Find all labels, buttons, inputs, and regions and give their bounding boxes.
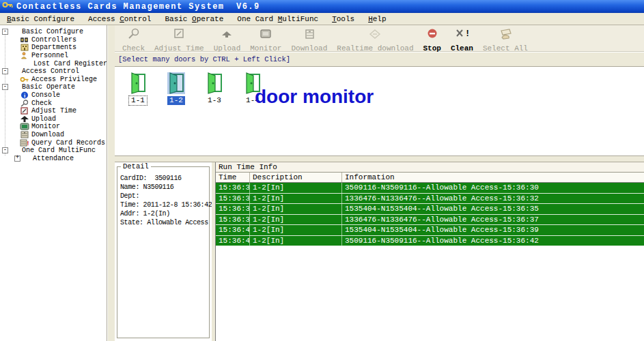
tree-item-controllers[interactable]: Controllers — [0, 36, 107, 44]
collapse-icon[interactable] — [2, 147, 8, 153]
svg-text:!: ! — [465, 29, 469, 39]
detail-state: State: Allowable Access — [120, 218, 209, 227]
door-label: 1-1 — [129, 96, 147, 105]
horizontal-splitter[interactable] — [115, 155, 644, 162]
monitor-icon — [20, 123, 29, 130]
door-icon — [129, 72, 147, 94]
tree-item-download[interactable]: Download — [0, 131, 107, 139]
vertical-splitter[interactable] — [108, 25, 115, 341]
door-label: 1-3 — [206, 96, 223, 105]
upload-icon — [220, 28, 234, 44]
query-card-records-icon: ! — [20, 139, 29, 147]
app-window: Contactless Cards Management System V6.9… — [0, 0, 644, 341]
navigation-tree: Basic Configure Controllers Departments … — [0, 25, 107, 341]
select-all-icon — [498, 28, 513, 44]
tree-item-attendance[interactable]: Attendance — [0, 155, 107, 163]
select-all-button[interactable]: Select All — [478, 27, 533, 53]
console-icon: i — [20, 91, 29, 99]
monitor-button[interactable]: Monitor — [245, 27, 286, 53]
stop-button[interactable]: Stop — [419, 27, 446, 53]
upload-button[interactable]: Upload — [209, 27, 246, 53]
expand-icon[interactable] — [14, 155, 20, 162]
door-monitor-panel: 1-1 1-2 1-3 1-4 door monitor — [115, 67, 644, 155]
tree-item-access-privilege[interactable]: Access Privilege — [0, 76, 107, 84]
door-icon — [167, 72, 185, 94]
door-select-hint: [Select many doors by CTRL + Left Click] — [115, 52, 644, 67]
departments-icon — [20, 44, 29, 51]
column-header-description[interactable]: Description — [250, 173, 342, 182]
monitor-icon — [259, 28, 272, 44]
adjust-time-icon — [20, 107, 29, 115]
collapse-icon[interactable] — [2, 68, 8, 74]
menu-help[interactable]: Help — [361, 14, 393, 25]
door-1-3[interactable]: 1-3 — [199, 72, 229, 105]
tree-item-query-card-records[interactable]: ! Query Card Records — [0, 138, 107, 147]
personnel-icon — [20, 52, 29, 59]
tree-item-adjust-time[interactable]: Adjust Time — [0, 107, 107, 115]
key-icon — [2, 0, 13, 13]
table-row[interactable]: 15:36:43 1-2[In] 3509116-N3509116--Allow… — [216, 236, 644, 247]
main-pane: Check Adjust Time Upload Monitor Downloa… — [115, 25, 644, 341]
column-header-time[interactable]: Time — [216, 173, 250, 182]
collapse-icon[interactable] — [2, 29, 8, 35]
run-time-info-pane: Run Time Info Time Description Informati… — [215, 162, 644, 341]
bottom-panes: Detail CardID: 3509116 Name: N3509116 De… — [115, 162, 644, 341]
tree-item-lost-card-register[interactable]: Lost Card Register — [0, 59, 107, 68]
menu-basic-configure[interactable]: Basic Configure — [0, 14, 81, 25]
upload-icon — [20, 115, 29, 123]
detail-name: Name: N3509116 — [120, 183, 209, 192]
table-row[interactable]: 15:36:36 1-2[In] 1535404-N1535404--Allow… — [216, 204, 644, 215]
stop-icon — [425, 28, 439, 44]
tree-item-personnel[interactable]: Personnel — [0, 52, 107, 60]
check-button[interactable]: Check — [117, 27, 150, 53]
tree-item-basic-operate[interactable]: Basic Operate — [0, 83, 107, 91]
column-header-information[interactable]: Information — [342, 173, 644, 182]
detail-addr: Addr: 1-2(In) — [120, 209, 209, 218]
detail-time: Time: 2011-12-8 15:36:42 — [120, 201, 209, 209]
door-1-2[interactable]: 1-2 — [161, 72, 191, 105]
door-label: 1-2 — [167, 96, 185, 105]
door-monitor-annotation: door monitor — [255, 86, 374, 108]
tree-item-console[interactable]: i Console — [0, 91, 107, 100]
tree-item-access-control[interactable]: Access Control — [0, 68, 107, 76]
access-privilege-icon — [20, 76, 29, 83]
run-time-info-title: Run Time Info — [216, 162, 644, 173]
controllers-icon — [20, 36, 29, 44]
tree-item-upload[interactable]: Upload — [0, 115, 107, 123]
detail-cardid: CardID: 3509116 — [120, 174, 209, 183]
title-bar: Contactless Cards Management System V6.9 — [0, 0, 644, 13]
menu-one-card-multifunc[interactable]: One Card MultiFunc — [230, 14, 325, 25]
toolbar: Check Adjust Time Upload Monitor Downloa… — [115, 25, 644, 52]
realtime-download-icon — [368, 28, 382, 44]
download-icon — [303, 28, 316, 44]
detail-groupbox: Detail CardID: 3509116 Name: N3509116 De… — [117, 166, 210, 338]
table-header: Time Description Information — [216, 173, 644, 183]
window-title: Contactless Cards Management System V6.9 — [16, 2, 260, 12]
tree-item-one-card-multifunc[interactable]: One Card MultiFunc — [0, 147, 107, 155]
clean-button[interactable]: ! Clean — [446, 27, 478, 53]
detail-pane: Detail CardID: 3509116 Name: N3509116 De… — [115, 162, 212, 341]
download-button[interactable]: Download — [286, 27, 332, 53]
table-row[interactable]: 15:36:33 1-2[In] 1336476-N1336476--Allow… — [216, 194, 644, 205]
adjust-time-button[interactable]: Adjust Time — [150, 27, 209, 53]
detail-dept: Dept: — [120, 192, 209, 201]
door-icon — [206, 72, 223, 94]
menu-access-control[interactable]: Access Control — [81, 14, 158, 25]
tree-item-check[interactable]: Check — [0, 99, 107, 107]
menu-tools[interactable]: Tools — [325, 14, 361, 25]
tree-item-basic-configure[interactable]: Basic Configure — [0, 28, 107, 36]
table-row[interactable]: 15:36:38 1-2[In] 1336476-N1336476--Allow… — [216, 215, 644, 226]
clean-icon: ! — [454, 28, 469, 44]
check-icon — [127, 28, 141, 44]
menu-basic-operate[interactable]: Basic Operate — [158, 14, 230, 25]
tree-item-departments[interactable]: Departments — [0, 44, 107, 52]
door-1-1[interactable]: 1-1 — [123, 72, 153, 105]
menu-bar: Basic Configure Access Control Basic Ope… — [0, 13, 644, 25]
table-row[interactable]: 15:36:40 1-2[In] 1535404-N1535404--Allow… — [216, 225, 644, 236]
table-row[interactable]: 15:36:31 1-2[In] 3509116-N3509116--Allow… — [216, 183, 644, 194]
realtime-download-button[interactable]: Realtime download — [332, 27, 418, 53]
tree-item-monitor[interactable]: Monitor — [0, 123, 107, 131]
collapse-icon[interactable] — [2, 84, 8, 90]
detail-title: Detail — [121, 162, 151, 170]
check-icon — [20, 100, 29, 107]
